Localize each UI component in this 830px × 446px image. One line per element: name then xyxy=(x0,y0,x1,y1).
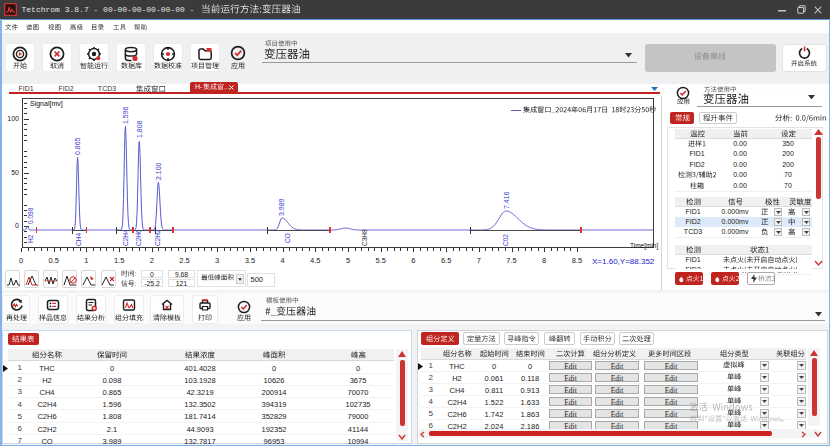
svg-text:2.100: 2.100 xyxy=(155,162,162,180)
svg-text:C3H8: C3H8 xyxy=(361,229,368,246)
svg-text:C2H2: C2H2 xyxy=(154,229,161,246)
svg-text:0.865: 0.865 xyxy=(74,137,81,155)
svg-text:1.808: 1.808 xyxy=(136,120,143,138)
svg-text:CO: CO xyxy=(284,233,291,243)
svg-text:3.989: 3.989 xyxy=(278,198,285,216)
svg-text:H2: H2 xyxy=(27,234,34,243)
svg-text:C2H4: C2H4 xyxy=(122,229,129,246)
svg-text:1.596: 1.596 xyxy=(122,106,129,124)
svg-text:C2H6: C2H6 xyxy=(135,229,142,246)
svg-text:0.098: 0.098 xyxy=(27,207,34,224)
svg-text:7.416: 7.416 xyxy=(503,191,510,209)
svg-text:CH4: CH4 xyxy=(75,233,82,246)
svg-text:C02: C02 xyxy=(502,234,509,246)
